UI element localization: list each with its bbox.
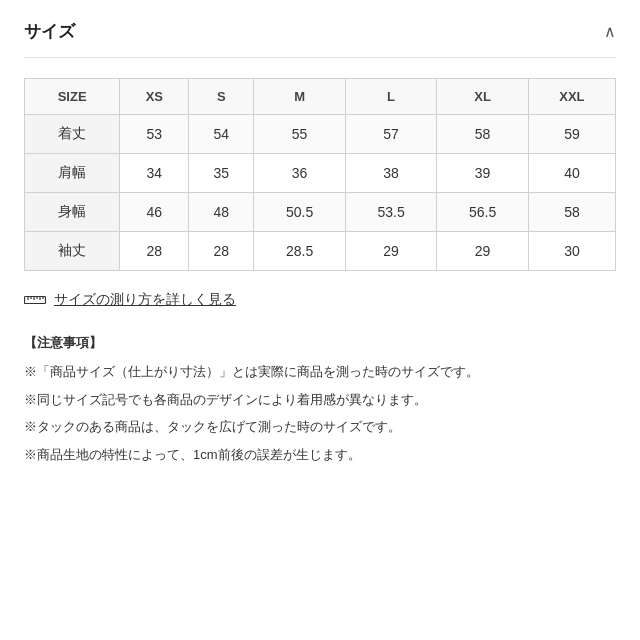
col-header-size: SIZE [25,79,120,115]
section-title: サイズ [24,20,75,43]
table-cell: 28 [189,232,254,271]
table-cell: 58 [437,115,529,154]
page-container: サイズ ∧ SIZE XS S M L XL XXL 着丈53545557585… [0,0,640,490]
section-header: サイズ ∧ [24,20,616,58]
notes-title: 【注意事項】 [24,331,616,354]
table-cell: 28 [120,232,189,271]
table-cell: 48 [189,193,254,232]
table-cell: 57 [345,115,437,154]
table-row: 肩幅343536383940 [25,154,616,193]
table-cell: 36 [254,154,346,193]
table-cell: 34 [120,154,189,193]
table-cell: 28.5 [254,232,346,271]
table-cell: 50.5 [254,193,346,232]
table-cell: 53.5 [345,193,437,232]
ruler-icon [24,292,46,308]
table-cell: 56.5 [437,193,529,232]
row-label: 身幅 [25,193,120,232]
table-cell: 58 [528,193,615,232]
notes-section: 【注意事項】 ※「商品サイズ（仕上がり寸法）」とは実際に商品を測った時のサイズで… [24,331,616,466]
table-row: 袖丈282828.5292930 [25,232,616,271]
table-cell: 55 [254,115,346,154]
col-header-l: L [345,79,437,115]
chevron-up-icon[interactable]: ∧ [604,22,616,41]
table-cell: 38 [345,154,437,193]
note-item: ※タックのある商品は、タックを広げて測った時のサイズです。 [24,415,616,438]
table-cell: 35 [189,154,254,193]
note-item: ※同じサイズ記号でも各商品のデザインにより着用感が異なります。 [24,388,616,411]
row-label: 肩幅 [25,154,120,193]
table-cell: 30 [528,232,615,271]
col-header-xxl: XXL [528,79,615,115]
table-cell: 54 [189,115,254,154]
col-header-s: S [189,79,254,115]
table-cell: 53 [120,115,189,154]
row-label: 袖丈 [25,232,120,271]
measure-link-text: サイズの測り方を詳しく見る [54,291,236,309]
table-cell: 29 [345,232,437,271]
note-item: ※商品生地の特性によって、1cm前後の誤差が生じます。 [24,443,616,466]
table-row: 身幅464850.553.556.558 [25,193,616,232]
table-row: 着丈535455575859 [25,115,616,154]
table-header-row: SIZE XS S M L XL XXL [25,79,616,115]
row-label: 着丈 [25,115,120,154]
table-cell: 59 [528,115,615,154]
col-header-xs: XS [120,79,189,115]
table-cell: 46 [120,193,189,232]
size-table: SIZE XS S M L XL XXL 着丈535455575859肩幅343… [24,78,616,271]
table-cell: 40 [528,154,615,193]
table-cell: 39 [437,154,529,193]
col-header-xl: XL [437,79,529,115]
col-header-m: M [254,79,346,115]
measure-link[interactable]: サイズの測り方を詳しく見る [24,291,616,309]
note-item: ※「商品サイズ（仕上がり寸法）」とは実際に商品を測った時のサイズです。 [24,360,616,383]
table-cell: 29 [437,232,529,271]
